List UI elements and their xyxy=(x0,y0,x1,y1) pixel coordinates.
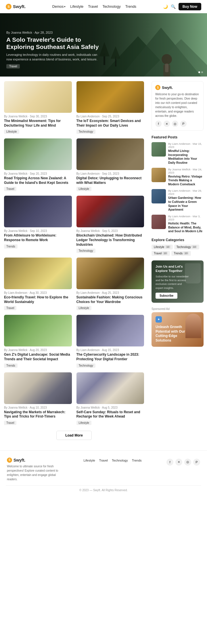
footer-link-technology[interactable]: Technology xyxy=(112,459,128,462)
nav-technology[interactable]: Technology xyxy=(102,5,120,9)
sidebar-social: f ✕ ◎ P xyxy=(155,121,200,127)
hero-dots xyxy=(198,71,203,73)
sidebar-brand-name: Swyft. xyxy=(162,85,173,90)
hero-desc: Leveraging technology in daily routines … xyxy=(6,53,101,62)
article-tag[interactable]: Travel xyxy=(4,421,16,425)
facebook-icon[interactable]: f xyxy=(155,121,162,127)
article-tag[interactable]: Travel xyxy=(4,306,16,310)
article-byline: By Joanna Wellick · Sep 20, 2023 xyxy=(4,172,72,175)
sponsored-title: Unleash Growth Potential with Our Cuttin… xyxy=(156,325,187,343)
main-container: By Joanna Wellick · Sep 30, 2023 The Min… xyxy=(0,77,207,450)
nav-logo[interactable]: S Swyft. xyxy=(6,4,26,9)
nav-travel[interactable]: Travel xyxy=(88,5,98,9)
hero-dot-2[interactable] xyxy=(201,71,203,73)
sponsored-box[interactable]: ✦ Unleash Growth Potential with Our Cutt… xyxy=(152,312,204,347)
nav-trends[interactable]: Trends xyxy=(125,5,136,9)
footer-links: LifestyleTravelTechnologyTrends xyxy=(84,459,142,462)
article-card[interactable]: By Liam Anderson · Sep 15, 2023 Digital … xyxy=(76,138,144,191)
newsletter-section: Join Us and Let's Explore Together Subsc… xyxy=(152,260,204,303)
article-tag[interactable]: Technology xyxy=(76,363,96,368)
article-image xyxy=(76,138,144,170)
article-tag[interactable]: Trends xyxy=(4,363,18,368)
article-card[interactable]: By Joanna Wellick · Aug 10, 2023 Navigat… xyxy=(4,372,72,425)
footer-twitter-icon[interactable]: ✕ xyxy=(175,459,182,466)
nav-links: Demos ▾ Lifestyle Travel Technology Tren… xyxy=(52,5,136,9)
pinterest-icon[interactable]: P xyxy=(180,121,187,127)
instagram-icon[interactable]: ◎ xyxy=(172,121,178,127)
sponsored-label: Sponsored Ad xyxy=(152,307,204,310)
footer: S Swyft. Welcome to ultimate source for … xyxy=(0,450,207,495)
article-byline: By Joanna Wellick · Sep 10, 2023 xyxy=(4,229,72,233)
article-title: Blockchain Unchained: How Distributed Le… xyxy=(76,233,144,247)
footer-facebook-icon[interactable]: f xyxy=(166,459,173,466)
article-byline: By Joanna Wellick · Sep 30, 2023 xyxy=(4,115,72,118)
nav-demos[interactable]: Demos ▾ xyxy=(52,5,66,9)
article-tag[interactable]: Lifestyle xyxy=(4,129,19,134)
search-icon[interactable]: 🔍 xyxy=(171,4,176,9)
article-tag[interactable]: Technology xyxy=(76,129,96,134)
buy-now-button[interactable]: Buy Now xyxy=(179,3,201,10)
article-title: The IoT Ecosystem: Smart Devices and The… xyxy=(76,119,144,128)
article-image xyxy=(76,258,144,289)
logo-text: Swyft. xyxy=(13,4,26,9)
featured-post-2[interactable]: By Joanna Wellick · Mar 24, 2023 Revivin… xyxy=(152,168,204,186)
article-byline: By Liam Anderson · Sep 25, 2023 xyxy=(76,115,144,118)
article-image xyxy=(4,258,72,289)
footer-link-travel[interactable]: Travel xyxy=(99,459,108,462)
article-image xyxy=(4,315,72,346)
article-tag[interactable]: Technology xyxy=(76,249,96,253)
twitter-icon[interactable]: ✕ xyxy=(164,121,170,127)
featured-posts-section: Featured Posts By Liam Anderson · Mar 15… xyxy=(152,135,204,233)
article-card[interactable]: By Joanna Wellick · Sep 5, 2023 Blockcha… xyxy=(76,196,144,253)
hero-title: A Solo Traveler's Guide to Exploring Sou… xyxy=(6,36,101,50)
article-byline: By Joanna Wellick · Sep 5, 2023 xyxy=(76,229,144,233)
footer-logo-text: Swyft. xyxy=(14,458,25,462)
article-card[interactable]: By Liam Anderson · Sep 25, 2023 The IoT … xyxy=(76,81,144,134)
article-tag[interactable]: Lifestyle xyxy=(76,187,92,191)
article-tag[interactable]: Travel xyxy=(4,187,16,191)
article-tag[interactable]: Lifestyle xyxy=(76,306,92,310)
featured-post-3-byline: By Liam Anderson · Mar 29, 2023 xyxy=(168,189,204,195)
newsletter-subscribe-button[interactable]: Subscribe xyxy=(156,293,177,299)
category-tags: Lifestyle 10Technology 10Travel 10Trends… xyxy=(152,245,204,256)
article-card[interactable]: By Joanna Wellick · Aug 20, 2023 Gen Z's… xyxy=(4,315,72,367)
article-image xyxy=(76,81,144,113)
article-card[interactable]: By Joanna Wellick · Sep 20, 2023 Road Tr… xyxy=(4,138,72,191)
article-byline: By Joanna Wellick · Aug 10, 2023 xyxy=(4,406,72,409)
article-byline: By Liam Anderson · Aug 30, 2023 xyxy=(4,291,72,294)
nav-lifestyle[interactable]: Lifestyle xyxy=(70,5,83,9)
logo-icon: S xyxy=(6,4,12,9)
article-card[interactable]: By Liam Anderson · Aug 25, 2023 Sustaina… xyxy=(76,258,144,310)
category-tag[interactable]: Travel 10 xyxy=(152,251,170,256)
footer-link-trends[interactable]: Trends xyxy=(132,459,142,462)
featured-post-2-img xyxy=(152,168,166,182)
categories-title: Explore Categories xyxy=(152,238,204,242)
article-image xyxy=(4,372,72,404)
category-tag[interactable]: Technology 10 xyxy=(174,245,200,249)
featured-posts-title: Featured Posts xyxy=(152,135,204,139)
article-tag[interactable]: Lifestyle xyxy=(76,421,92,425)
article-image xyxy=(4,196,72,227)
article-tag[interactable]: Trends xyxy=(4,244,18,249)
sidebar-logo-icon: S xyxy=(155,85,160,90)
moon-icon[interactable]: 🌙 xyxy=(163,4,168,9)
article-card[interactable]: By Joanna Wellick · Aug 5, 2023 Self-Car… xyxy=(76,372,144,425)
hero-tag[interactable]: Travel xyxy=(6,64,20,68)
featured-post-1[interactable]: By Liam Anderson · Mar 15, 2023 Mindful … xyxy=(152,142,204,165)
article-card[interactable]: By Joanna Wellick · Sep 30, 2023 The Min… xyxy=(4,81,72,134)
article-card[interactable]: By Liam Anderson · Aug 30, 2023 Eco-frie… xyxy=(4,258,72,310)
article-card[interactable]: By Liam Anderson · Aug 15, 2023 The Cybe… xyxy=(76,315,144,367)
featured-post-2-title: Reviving Retro: Vintage Trends Making a … xyxy=(168,175,204,186)
footer-instagram-icon[interactable]: ◎ xyxy=(184,459,191,466)
footer-link-lifestyle[interactable]: Lifestyle xyxy=(84,459,95,462)
footer-pinterest-icon[interactable]: P xyxy=(193,459,200,466)
featured-post-4[interactable]: By Liam Anderson · Mar 3, 2023 Holistic … xyxy=(152,215,204,233)
article-image xyxy=(76,372,144,404)
category-tag[interactable]: Lifestyle 10 xyxy=(152,245,173,249)
hero-dot-1[interactable] xyxy=(198,71,200,73)
article-grid: By Joanna Wellick · Sep 30, 2023 The Min… xyxy=(4,81,144,425)
load-more-button[interactable]: Load More xyxy=(56,431,92,440)
article-card[interactable]: By Joanna Wellick · Sep 10, 2023 From At… xyxy=(4,196,72,253)
featured-post-3[interactable]: By Liam Anderson · Mar 29, 2023 Urban Ga… xyxy=(152,189,204,212)
category-tag[interactable]: Trends 10 xyxy=(171,251,191,256)
